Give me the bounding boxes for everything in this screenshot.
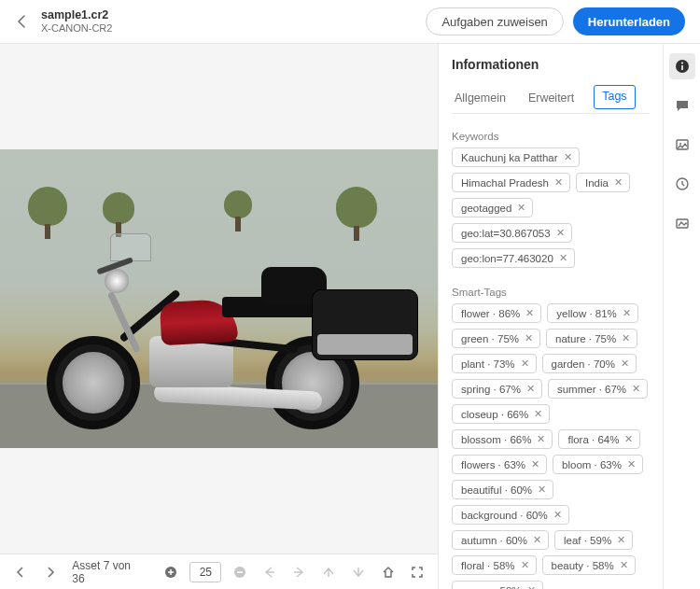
smart-tag[interactable]: background · 60%✕ xyxy=(452,505,569,525)
smart-tag[interactable]: green · 75%✕ xyxy=(452,329,540,348)
remove-tag-icon[interactable]: ✕ xyxy=(527,584,536,589)
remove-tag-icon[interactable]: ✕ xyxy=(559,252,567,264)
tag-label: geo:lat=30.867053 xyxy=(461,228,551,239)
fullscreen-button[interactable] xyxy=(406,561,428,583)
smart-tag[interactable]: nature · 75%✕ xyxy=(546,329,637,348)
tag-label: green · 75% xyxy=(461,333,519,344)
smart-tag[interactable]: floral · 58%✕ xyxy=(452,555,537,575)
tag-label: geo:lon=77.463020 xyxy=(461,253,553,264)
remove-tag-icon[interactable]: ✕ xyxy=(538,484,546,496)
keywords-section-label: Keywords xyxy=(452,131,650,142)
zoom-in-button[interactable] xyxy=(161,561,183,583)
keyword-tag[interactable]: geotagged✕ xyxy=(452,198,533,217)
remove-tag-icon[interactable]: ✕ xyxy=(521,559,529,571)
smart-tag[interactable]: beauty · 58%✕ xyxy=(542,555,636,575)
info-tabs: Allgemein Erweitert Tags xyxy=(452,85,650,114)
keyword-tag[interactable]: Himachal Pradesh✕ xyxy=(452,173,570,192)
smart-tag[interactable]: macro · 58%✕ xyxy=(452,581,543,589)
tab-general[interactable]: Allgemein xyxy=(452,85,509,113)
rail-versions-button[interactable] xyxy=(669,210,695,236)
remove-tag-icon[interactable]: ✕ xyxy=(627,458,636,470)
smart-tag[interactable]: beautiful · 60%✕ xyxy=(452,480,553,499)
tab-tags[interactable]: Tags xyxy=(594,85,635,109)
pan-up-button[interactable] xyxy=(317,561,340,583)
keyword-tag[interactable]: geo:lon=77.463020✕ xyxy=(452,248,575,268)
assign-tasks-label: Aufgaben zuweisen xyxy=(441,15,547,29)
back-button[interactable] xyxy=(9,8,35,35)
history-icon xyxy=(675,176,690,191)
pan-right-button[interactable] xyxy=(288,561,311,583)
smart-tag[interactable]: plant · 73%✕ xyxy=(452,354,537,373)
chevron-left-icon xyxy=(15,567,26,578)
tag-label: macro · 58% xyxy=(461,585,522,590)
remove-tag-icon[interactable]: ✕ xyxy=(622,332,630,344)
remove-tag-icon[interactable]: ✕ xyxy=(556,227,565,239)
assign-tasks-button[interactable]: Aufgaben zuweisen xyxy=(426,7,563,35)
landscape-icon xyxy=(675,216,690,231)
remove-tag-icon[interactable]: ✕ xyxy=(621,358,629,370)
remove-tag-icon[interactable]: ✕ xyxy=(554,176,563,189)
remove-tag-icon[interactable]: ✕ xyxy=(521,358,529,370)
remove-tag-icon[interactable]: ✕ xyxy=(617,534,625,546)
rail-renditions-button[interactable] xyxy=(669,132,695,158)
remove-tag-icon[interactable]: ✕ xyxy=(525,332,533,344)
remove-tag-icon[interactable]: ✕ xyxy=(620,559,628,571)
smart-tag[interactable]: leaf · 59%✕ xyxy=(554,530,633,550)
smart-tag[interactable]: spring · 67%✕ xyxy=(452,379,542,399)
keyword-tag[interactable]: India✕ xyxy=(576,173,630,192)
rail-history-button[interactable] xyxy=(669,171,695,197)
tab-advanced[interactable]: Erweitert xyxy=(525,85,577,113)
remove-tag-icon[interactable]: ✕ xyxy=(537,433,545,445)
tag-label: Kauchunj ka Patthar xyxy=(461,152,558,163)
remove-tag-icon[interactable]: ✕ xyxy=(533,534,541,546)
tag-label: summer · 67% xyxy=(557,384,626,395)
chevron-right-icon xyxy=(45,567,56,578)
pan-left-button[interactable] xyxy=(259,561,281,583)
reset-view-button[interactable] xyxy=(377,561,399,583)
remove-tag-icon[interactable]: ✕ xyxy=(614,176,623,189)
remove-tag-icon[interactable]: ✕ xyxy=(564,151,572,163)
smart-tag[interactable]: garden · 70%✕ xyxy=(542,354,637,373)
download-button[interactable]: Herunterladen xyxy=(573,7,685,35)
tag-label: background · 60% xyxy=(461,510,548,521)
remove-tag-icon[interactable]: ✕ xyxy=(624,433,633,445)
smart-tag[interactable]: bloom · 63%✕ xyxy=(553,455,643,474)
remove-tag-icon[interactable]: ✕ xyxy=(623,307,631,319)
smarttags-section-label: Smart-Tags xyxy=(452,287,650,298)
remove-tag-icon[interactable]: ✕ xyxy=(531,458,539,470)
smart-tag[interactable]: flowers · 63%✕ xyxy=(452,455,547,474)
smart-tag[interactable]: flower · 86%✕ xyxy=(452,303,541,323)
tag-label: beauty · 58% xyxy=(552,560,614,571)
keyword-tag[interactable]: Kauchunj ka Patthar✕ xyxy=(452,147,580,167)
pan-down-button[interactable] xyxy=(347,561,370,583)
rail-info-button[interactable] xyxy=(669,53,695,79)
remove-tag-icon[interactable]: ✕ xyxy=(526,383,535,395)
tag-label: flowers · 63% xyxy=(461,459,525,470)
rail-comments-button[interactable] xyxy=(669,92,695,119)
remove-tag-icon[interactable]: ✕ xyxy=(525,307,534,319)
minus-circle-icon xyxy=(233,566,246,579)
arrow-left-icon xyxy=(263,566,276,579)
tag-label: Himachal Pradesh xyxy=(461,177,549,189)
prev-asset-button[interactable] xyxy=(9,561,32,583)
smart-tag[interactable]: summer · 67%✕ xyxy=(548,379,648,399)
zoom-out-button[interactable] xyxy=(229,561,251,583)
smart-tag[interactable]: autumn · 60%✕ xyxy=(452,530,549,550)
tag-label: geotagged xyxy=(461,203,511,214)
file-info: sample1.cr2 X-CANON-CR2 xyxy=(41,8,112,35)
keyword-tag[interactable]: geo:lat=30.867053✕ xyxy=(452,223,572,243)
remove-tag-icon[interactable]: ✕ xyxy=(534,408,542,420)
smart-tag[interactable]: flora · 64%✕ xyxy=(558,429,640,449)
smart-tag[interactable]: blossom · 66%✕ xyxy=(452,429,553,449)
next-asset-button[interactable] xyxy=(39,561,62,583)
remove-tag-icon[interactable]: ✕ xyxy=(553,509,562,521)
zoom-input[interactable] xyxy=(189,562,221,582)
remove-tag-icon[interactable]: ✕ xyxy=(517,202,525,214)
smart-tag[interactable]: yellow · 81%✕ xyxy=(547,303,638,323)
preview-area[interactable] xyxy=(0,44,438,554)
arrow-down-icon xyxy=(352,566,365,579)
arrow-right-icon xyxy=(292,566,305,579)
asset-counter: Asset 7 von 36 xyxy=(72,559,145,585)
remove-tag-icon[interactable]: ✕ xyxy=(632,383,640,395)
smart-tag[interactable]: closeup · 66%✕ xyxy=(452,404,550,424)
